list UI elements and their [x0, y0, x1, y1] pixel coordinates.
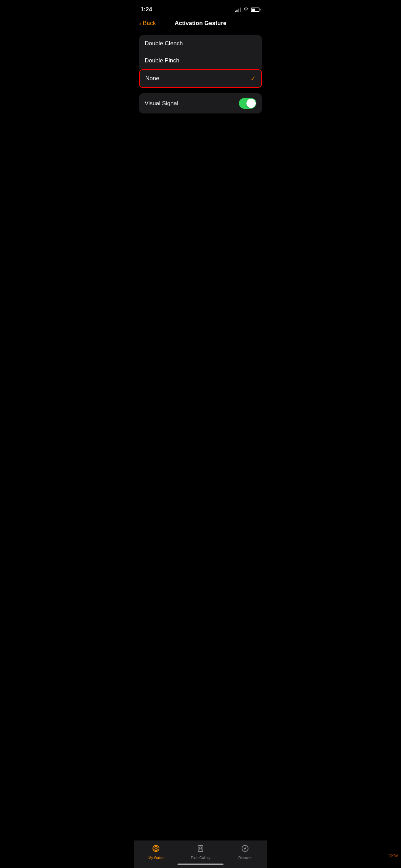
checkmark-icon: ✓ [251, 75, 256, 82]
wifi-icon [243, 7, 249, 13]
visual-signal-label: Visual Signal [145, 100, 178, 107]
double-clench-label: Double Clench [145, 40, 183, 47]
nav-bar: ‹ Back Activation Gesture [134, 17, 267, 32]
back-label: Back [143, 20, 156, 27]
status-icons [235, 7, 260, 13]
battery-icon [251, 8, 260, 12]
double-pinch-label: Double Pinch [145, 57, 179, 64]
visual-signal-item[interactable]: Visual Signal [139, 93, 262, 113]
page-title: Activation Gesture [174, 20, 226, 27]
back-button[interactable]: ‹ Back [139, 20, 156, 27]
back-chevron-icon: ‹ [139, 20, 142, 27]
signal-icon [235, 7, 241, 12]
visual-signal-section: Visual Signal [139, 93, 262, 113]
status-time: 1:24 [141, 6, 152, 13]
list-item-double-clench[interactable]: Double Clench [139, 35, 262, 52]
selected-option-wrapper: None ✓ [139, 69, 262, 88]
gesture-top-section: Double Clench Double Pinch [139, 35, 262, 69]
list-item-none[interactable]: None ✓ [140, 70, 261, 87]
visual-signal-toggle[interactable] [239, 98, 256, 109]
status-bar: 1:24 [134, 0, 267, 17]
none-label: None [145, 75, 159, 82]
list-item-double-pinch[interactable]: Double Pinch [139, 52, 262, 69]
toggle-knob [246, 99, 256, 108]
